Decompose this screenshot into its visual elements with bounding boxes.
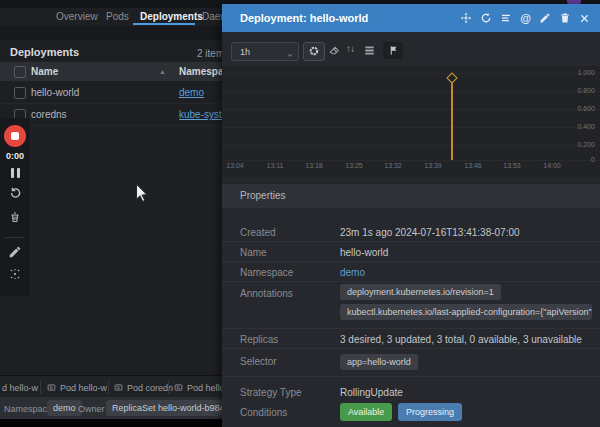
gear-icon (308, 43, 320, 61)
pencil-icon[interactable] (8, 245, 22, 263)
name-label: Name (240, 247, 267, 258)
x-tick: 14:00 (537, 162, 567, 169)
name-value: hello-world (340, 247, 388, 258)
strategy-type-value: RollingUpdate (340, 387, 403, 398)
screen: Overview Pods Deployments DaemonSets Dep… (0, 0, 600, 427)
detail-panel-header[interactable]: Deployment: hello-world @ (222, 4, 600, 32)
stacked-list-icon[interactable] (363, 44, 376, 57)
pod-icon (174, 383, 183, 392)
flag-icon (388, 42, 399, 60)
x-tick: 13:32 (378, 162, 408, 169)
table-row[interactable]: hello-world demo (0, 81, 222, 104)
dock-tab[interactable]: Pod hello-w (60, 383, 107, 393)
namespace-key: Namespace (4, 404, 52, 414)
condition-badge-available[interactable]: Available (340, 403, 392, 421)
filter-strip (0, 26, 222, 40)
screen-recorder-toolbar: 0:00 (0, 118, 31, 296)
pause-button[interactable] (10, 168, 21, 178)
trash-icon[interactable] (9, 210, 21, 228)
table-row[interactable]: coredns kube-system (0, 103, 222, 126)
stop-icon (11, 132, 19, 140)
deployment-event-marker-point[interactable] (446, 72, 457, 83)
table-header: Name ▲ Namespace (0, 62, 222, 81)
recording-timer: 0:00 (0, 151, 30, 161)
x-tick: 13:04 (220, 162, 250, 169)
annotation-badge: kubectl.kubernetes.io/last-applied-confi… (340, 304, 592, 320)
pod-icon (114, 383, 123, 392)
edit-icon[interactable] (539, 12, 551, 24)
y-tick: 0.400 (555, 123, 595, 130)
flag-button[interactable] (383, 42, 403, 59)
owner-key: Owner (78, 404, 105, 414)
delete-icon[interactable] (559, 12, 571, 24)
row-checkbox[interactable] (14, 87, 26, 99)
dock-tab[interactable]: Pod coredn (127, 383, 173, 393)
pod-icon (47, 383, 56, 392)
y-tick: 0.200 (555, 141, 595, 148)
x-tick: 13:11 (260, 162, 290, 169)
eraser-icon[interactable] (328, 44, 341, 57)
strategy-type-label: Strategy Type (240, 387, 302, 398)
x-tick: 13:53 (497, 162, 527, 169)
dock-tab[interactable]: d hello-w (2, 383, 38, 393)
namespace-value-link[interactable]: demo (340, 267, 365, 278)
y-tick: 0.800 (555, 87, 595, 94)
refresh-icon[interactable] (480, 12, 492, 24)
toolbar-divider (5, 237, 25, 238)
y-tick: 0.600 (555, 105, 595, 112)
dock-tab-bar: d hello-w Pod hello-w Pod coredn Pod hel… (0, 375, 222, 398)
properties-title: Properties (240, 190, 286, 201)
sort-order-icon[interactable]: ↑↓ (346, 43, 354, 54)
selector-badge: app=hello-world (340, 354, 418, 370)
stop-recording-button[interactable] (4, 125, 26, 147)
sort-asc-icon[interactable]: ▲ (159, 68, 166, 75)
restart-icon[interactable] (8, 186, 22, 204)
tab-overview[interactable]: Overview (56, 11, 98, 22)
annotations-icon[interactable]: @ (520, 12, 531, 24)
replicas-value: 3 desired, 3 updated, 3 total, 0 availab… (340, 334, 582, 345)
namespace-label: Namespace (240, 267, 293, 278)
x-tick: 13:39 (418, 162, 448, 169)
created-value: 23m 1s ago 2024-07-16T13:41:38-07:00 (340, 227, 520, 238)
select-all-checkbox[interactable] (14, 66, 26, 78)
highlight-pointer-icon[interactable] (8, 267, 22, 285)
annotations-label: Annotations (240, 288, 293, 299)
properties-section-header[interactable]: Properties (222, 183, 600, 209)
time-range-value: 1h (240, 47, 250, 57)
created-label: Created (240, 227, 276, 238)
mouse-cursor (135, 183, 149, 203)
deployment-name: coredns (31, 109, 67, 120)
recorder-frame-strip (0, 419, 222, 427)
deployment-name: hello-world (31, 87, 79, 98)
x-tick: 13:46 (458, 162, 488, 169)
condition-badge-progressing[interactable]: Progressing (398, 403, 462, 421)
list-title: Deployments (10, 46, 79, 58)
metrics-settings-button[interactable] (303, 42, 325, 61)
column-name[interactable]: Name (31, 66, 58, 77)
detail-panel-title: Deployment: hello-world (240, 12, 368, 24)
replicas-label: Replicas (240, 334, 278, 345)
x-tick: 13:18 (299, 162, 329, 169)
active-tab-underline (133, 23, 195, 25)
x-tick: 13:25 (339, 162, 369, 169)
detail-panel: Deployment: hello-world @ 1h ↑↓ (222, 4, 600, 427)
owner-badge[interactable]: ReplicaSet hello-world-b98478985 (106, 400, 222, 416)
logs-icon[interactable] (500, 12, 512, 24)
move-icon[interactable] (460, 12, 472, 24)
metrics-chart[interactable]: 1.000 0.800 0.600 0.400 0.200 0 13:04 13… (222, 66, 600, 178)
time-range-select[interactable]: 1h (231, 42, 299, 61)
y-tick: 1.000 (555, 69, 595, 76)
tab-pods[interactable]: Pods (106, 11, 129, 22)
chevron-down-icon (285, 46, 295, 64)
selector-label: Selector (240, 356, 277, 367)
namespace-badge[interactable]: demo (47, 400, 82, 416)
conditions-label: Conditions (240, 407, 287, 418)
namespace-link[interactable]: demo (179, 87, 204, 98)
close-icon[interactable] (579, 13, 590, 24)
tab-deployments[interactable]: Deployments (140, 11, 203, 22)
deployment-event-marker-line (451, 80, 453, 160)
annotation-badge: deployment.kubernetes.io/revision=1 (340, 284, 501, 300)
dock-info-bar: Namespace demo Owner ReplicaSet hello-wo… (0, 397, 222, 419)
